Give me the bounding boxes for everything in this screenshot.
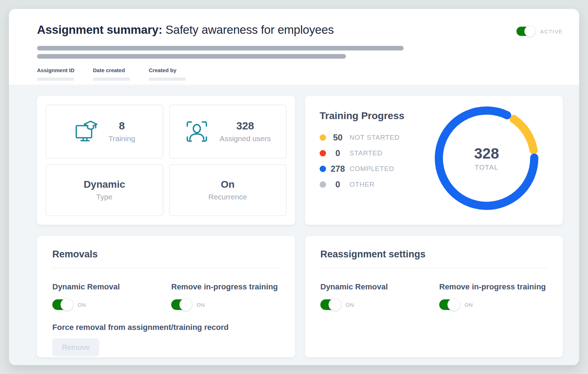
skeleton-bar <box>37 46 404 50</box>
legend-label: STARTED <box>350 149 383 157</box>
toggle-field-label: Remove in-progress training <box>439 282 547 292</box>
assignment-stats-card: 8 Training 328 Assigned <box>37 96 295 225</box>
stat-tile-training: 8 Training <box>46 105 163 159</box>
stat-value: 328 <box>220 120 271 132</box>
stat-text: Dynamic Type <box>84 179 125 201</box>
header-row: Assignment summary: Safety awareness for… <box>37 9 563 37</box>
legend-row-completed: 278 COMPLETED <box>320 164 400 174</box>
stat-label: Recurrence <box>208 193 247 201</box>
meta-label: Assignment ID <box>37 67 74 73</box>
stat-label: Assigned users <box>220 134 271 143</box>
stat-value: 8 <box>109 120 135 132</box>
meta-row: Assignment ID Date created Created by <box>37 67 563 81</box>
stat-text: 328 Assigned users <box>220 120 271 143</box>
assignment-summary-panel: Assignment summary: Safety awareness for… <box>9 9 579 365</box>
divider <box>52 268 280 268</box>
divider <box>320 268 547 268</box>
meta-created-by: Created by <box>149 67 186 81</box>
legend-row-not-started: 50 NOT STARTED <box>320 132 400 143</box>
page-background: Assignment summary: Safety awareness for… <box>0 0 588 374</box>
remove-in-progress-field: Remove in-progress training ON <box>171 282 280 310</box>
legend-dot <box>320 166 326 172</box>
stat-value: On <box>208 179 247 190</box>
legend-row-started: 0 STARTED <box>320 148 400 158</box>
legend-row-other: 0 OTHER <box>320 179 400 189</box>
page-title-rest: Safety awareness for employees <box>166 23 334 36</box>
stat-text: On Recurrence <box>208 179 247 201</box>
stat-text: 8 Training <box>109 120 135 143</box>
training-progress-donut: 328 TOTAL <box>433 105 540 212</box>
toggle-knob <box>61 298 73 311</box>
meta-assignment-id: Assignment ID <box>37 67 74 81</box>
legend-count: 0 <box>326 148 350 158</box>
donut-segment <box>514 119 534 150</box>
toggle-field-label: Dynamic Removal <box>320 282 439 292</box>
skeleton-bar <box>37 54 346 59</box>
dynamic-removal-field: Dynamic Removal ON <box>52 282 171 310</box>
legend-label: NOT STARTED <box>350 134 400 141</box>
stat-tile-recurrence: On Recurrence <box>169 164 287 217</box>
toggle-row: ON <box>439 299 547 310</box>
legend-dot <box>320 181 326 188</box>
donut-chart <box>433 105 540 212</box>
panel-header: Assignment summary: Safety awareness for… <box>9 9 579 85</box>
meta-value-placeholder <box>37 78 74 81</box>
stat-label: Type <box>84 193 125 201</box>
training-progress-legend: 50 NOT STARTED 0 STARTED 278 COMPLETED <box>320 132 400 195</box>
toggle-field-label: Dynamic Removal <box>52 282 171 292</box>
toggle-state-label: ON <box>78 302 86 308</box>
reassignment-toggle-grid: Dynamic Removal ON Remove in-progress tr… <box>320 282 547 310</box>
toggle-state-label: ON <box>346 302 354 308</box>
legend-count: 50 <box>326 133 350 143</box>
legend-count: 0 <box>326 180 350 189</box>
toggle-knob <box>329 298 341 311</box>
meta-value-placeholder <box>93 78 130 81</box>
meta-value-placeholder <box>149 78 186 81</box>
active-toggle-label: ACTIVE <box>540 28 563 34</box>
legend-count: 278 <box>326 164 350 174</box>
active-toggle-knob <box>524 26 536 37</box>
toggle-state-label: ON <box>464 302 473 308</box>
legend-dot <box>320 150 326 156</box>
meta-label: Created by <box>149 67 186 73</box>
force-removal-label: Force removal from assignment/training r… <box>52 323 280 332</box>
panel-body: 8 Training 328 Assigned <box>9 85 579 365</box>
stat-value: Dynamic <box>84 179 125 190</box>
reassignment-settings-card: Reassignment settings Dynamic Removal ON <box>305 236 563 357</box>
meta-date-created: Date created <box>93 67 130 81</box>
dynamic-removal-field: Dynamic Removal ON <box>320 282 439 310</box>
stat-label: Training <box>109 134 135 143</box>
training-icon <box>74 119 98 144</box>
toggle-row: ON <box>171 299 280 310</box>
active-toggle-group: ACTIVE <box>516 27 563 36</box>
toggle-row: ON <box>320 299 439 310</box>
remove-in-progress-toggle[interactable] <box>171 299 191 310</box>
toggle-field-label: Remove in-progress training <box>171 282 280 292</box>
legend-label: COMPLETED <box>350 165 394 173</box>
training-progress-card: Training Progress 50 NOT STARTED 0 START… <box>305 96 563 225</box>
remove-in-progress-field: Remove in-progress training ON <box>439 282 547 310</box>
stat-tile-assigned-users: 328 Assigned users <box>169 105 287 159</box>
stat-tile-type: Dynamic Type <box>46 164 163 217</box>
active-toggle[interactable] <box>516 27 535 36</box>
toggle-state-label: ON <box>196 302 205 308</box>
toggle-knob <box>179 298 192 311</box>
removals-card: Removals Dynamic Removal ON Remove in <box>37 236 295 357</box>
toggle-row: ON <box>52 299 171 310</box>
remove-button[interactable]: Remove <box>52 338 99 356</box>
dynamic-removal-toggle[interactable] <box>52 299 72 310</box>
reassignment-dynamic-removal-toggle[interactable] <box>320 299 340 310</box>
assigned-users-icon <box>185 119 209 144</box>
page-title: Assignment summary: Safety awareness for… <box>37 9 334 37</box>
meta-label: Date created <box>93 67 130 73</box>
legend-dot <box>320 134 326 141</box>
training-progress-title: Training Progress <box>320 110 404 122</box>
page-title-bold: Assignment summary: <box>37 23 162 36</box>
reassignment-remove-in-progress-toggle[interactable] <box>439 299 459 310</box>
removals-toggle-grid: Dynamic Removal ON Remove in-progress tr… <box>52 282 280 310</box>
legend-label: OTHER <box>350 181 375 188</box>
toggle-knob <box>447 298 460 311</box>
removals-title: Removals <box>52 236 280 260</box>
reassignment-title: Reassignment settings <box>320 236 547 260</box>
